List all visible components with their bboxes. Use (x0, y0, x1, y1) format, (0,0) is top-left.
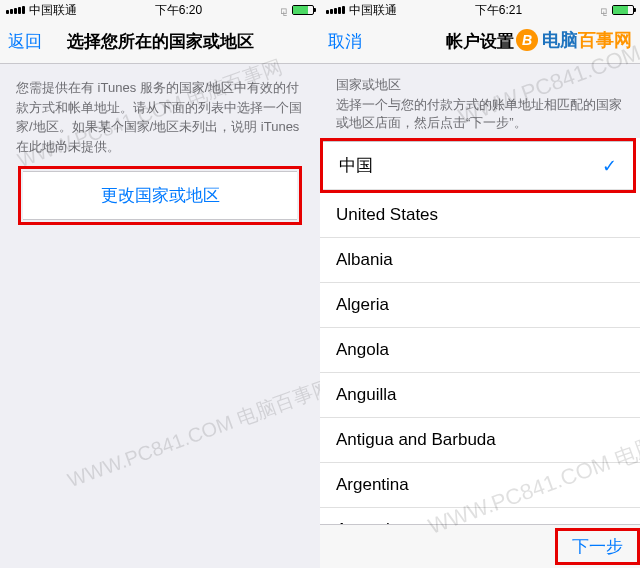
footer-bar: 下一步 (320, 524, 640, 568)
page-title: 选择您所在的国家或地区 (67, 30, 254, 53)
carrier-label: 中国联通 (29, 2, 77, 19)
country-name: Antigua and Barbuda (336, 430, 496, 450)
country-name: Albania (336, 250, 393, 270)
country-name: Algeria (336, 295, 389, 315)
status-time: 下午6:21 (475, 2, 522, 19)
country-row[interactable]: Argentina (320, 463, 640, 508)
country-row-selected[interactable]: 中国 ✓ (323, 141, 633, 190)
country-row[interactable]: Albania (320, 238, 640, 283)
country-row[interactable]: Algeria (320, 283, 640, 328)
signal-icon (6, 6, 25, 14)
watermark: WWW.PC841.COM 电脑百事网 (64, 373, 320, 494)
country-row[interactable]: United States (320, 193, 640, 238)
signal-icon (326, 6, 345, 14)
site-logo: B 电脑百事网 (516, 28, 632, 52)
nav-bar: 返回 选择您所在的国家或地区 (0, 20, 320, 64)
change-region-button[interactable]: 更改国家或地区 (23, 171, 297, 220)
cancel-button[interactable]: 取消 (328, 30, 362, 53)
page-title: 帐户设置 (446, 30, 514, 53)
bluetooth-icon: ⚼ (280, 4, 288, 17)
country-name: United States (336, 205, 438, 225)
info-text: 您需提供在有 iTunes 服务的国家/地区中有效的付款方式和帐单地址。请从下面… (0, 64, 320, 166)
country-list: 中国 ✓ United States Albania Algeria Angol… (320, 138, 640, 568)
section-heading: 国家或地区 (336, 76, 624, 94)
country-name: 中国 (339, 154, 373, 177)
country-name: Angola (336, 340, 389, 360)
logo-icon: B (516, 29, 538, 51)
checkmark-icon: ✓ (602, 155, 617, 177)
bluetooth-icon: ⚼ (600, 4, 608, 17)
country-name: Anguilla (336, 385, 397, 405)
battery-icon (292, 5, 314, 15)
next-button[interactable]: 下一步 (558, 531, 637, 562)
section-info: 国家或地区 选择一个与您的付款方式的账单地址相匹配的国家或地区店面，然后点击“下… (320, 64, 640, 138)
carrier-label: 中国联通 (349, 2, 397, 19)
status-time: 下午6:20 (155, 2, 202, 19)
phone-right: 中国联通 下午6:21 ⚼ 取消 帐户设置 B 电脑百事网 国家或地区 选择一个… (320, 0, 640, 568)
country-row[interactable]: Angola (320, 328, 640, 373)
country-name: Argentina (336, 475, 409, 495)
section-subtext: 选择一个与您的付款方式的账单地址相匹配的国家或地区店面，然后点击“下一步”。 (336, 96, 624, 132)
back-button[interactable]: 返回 (8, 30, 42, 53)
phone-left: 中国联通 下午6:20 ⚼ 返回 选择您所在的国家或地区 您需提供在有 iTun… (0, 0, 320, 568)
status-bar: 中国联通 下午6:20 ⚼ (0, 0, 320, 20)
battery-icon (612, 5, 634, 15)
status-bar: 中国联通 下午6:21 ⚼ (320, 0, 640, 20)
country-row[interactable]: Antigua and Barbuda (320, 418, 640, 463)
country-row[interactable]: Anguilla (320, 373, 640, 418)
